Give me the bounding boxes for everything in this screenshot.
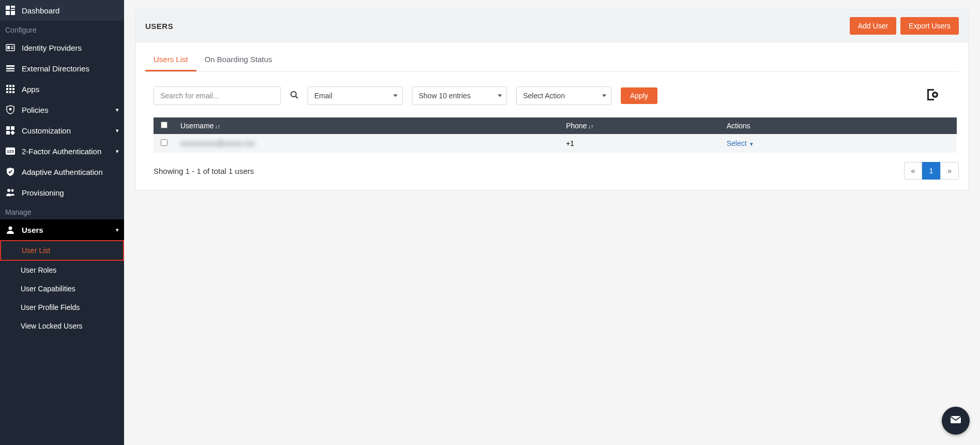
submenu-user-roles[interactable]: User Roles: [0, 261, 124, 279]
card-header: USERS Add User Export Users: [136, 10, 968, 42]
sidebar-item-label: 2-Factor Authentication: [22, 147, 101, 156]
dashboard-icon: [5, 5, 16, 16]
svg-rect-10: [6, 68, 14, 69]
select-all-checkbox[interactable]: [161, 122, 167, 128]
sidebar-section-manage: Manage: [0, 203, 124, 219]
svg-point-28: [11, 189, 14, 192]
result-count: Showing 1 - 1 of total 1 users: [154, 167, 254, 175]
svg-rect-20: [12, 91, 14, 93]
svg-point-30: [291, 92, 296, 97]
tab-users-list[interactable]: Users List: [145, 50, 196, 71]
sidebar-item-policies[interactable]: Policies ▾: [0, 99, 124, 120]
sidebar-item-customization[interactable]: Customization ▾: [0, 120, 124, 141]
tab-onboarding-status[interactable]: On Boarding Status: [196, 50, 281, 71]
entries-select[interactable]: Show 10 entries: [412, 86, 507, 105]
sidebar-item-2fa[interactable]: 123 2-Factor Authentication ▾: [0, 141, 124, 161]
svg-rect-23: [11, 126, 14, 130]
page-1[interactable]: 1: [922, 162, 940, 180]
add-column-button[interactable]: [925, 88, 938, 103]
svg-rect-3: [6, 11, 10, 15]
action-select[interactable]: Select Action: [516, 86, 611, 105]
svg-text:123: 123: [7, 149, 14, 154]
list-icon: [5, 63, 16, 73]
users-card: USERS Add User Export Users Users List O…: [135, 9, 969, 190]
sidebar-item-label: External Directories: [22, 64, 89, 73]
svg-rect-8: [11, 48, 13, 49]
row-checkbox[interactable]: [161, 139, 167, 146]
sidebar-item-label: Provisioning: [22, 188, 64, 197]
users-table: Username↓↑ Phone↓↑ Actions xxxxxxxxxx@xx…: [154, 117, 957, 153]
sidebar-item-provisioning[interactable]: Provisioning: [0, 182, 124, 203]
chevron-down-icon: ▾: [116, 127, 119, 134]
page-next[interactable]: »: [940, 162, 959, 180]
sort-icon: ↓↑: [215, 123, 221, 129]
svg-rect-18: [6, 91, 8, 93]
submenu-user-profile-fields[interactable]: User Profile Fields: [0, 298, 124, 317]
caret-down-icon: ▼: [749, 141, 754, 147]
main-content: USERS Add User Export Users Users List O…: [124, 0, 980, 445]
search-input[interactable]: [154, 86, 281, 105]
chevron-down-icon: ▾: [116, 107, 119, 113]
chat-button[interactable]: [942, 407, 970, 435]
export-users-button[interactable]: Export Users: [900, 17, 959, 35]
sidebar-item-users[interactable]: Users ▾: [0, 219, 124, 240]
sidebar-item-apps[interactable]: Apps: [0, 79, 124, 99]
svg-rect-16: [9, 88, 11, 90]
svg-line-31: [296, 96, 298, 98]
chevron-down-icon: ▾: [116, 148, 119, 155]
id-card-icon: [5, 42, 16, 53]
sidebar-item-label: Identity Providers: [22, 43, 82, 52]
filter-field-select[interactable]: Email: [308, 86, 403, 105]
page-prev[interactable]: «: [904, 162, 923, 180]
table-row: xxxxxxxxxx@xxxxx.xxx +1 Select▼: [154, 134, 957, 153]
column-phone[interactable]: Phone↓↑: [560, 117, 721, 134]
page-title: USERS: [145, 22, 173, 31]
table-footer: Showing 1 - 1 of total 1 users « 1 »: [154, 162, 959, 180]
add-page-icon: [925, 94, 938, 103]
row-action-select[interactable]: Select▼: [727, 139, 754, 147]
submenu-view-locked-users[interactable]: View Locked Users: [0, 317, 124, 335]
search-button[interactable]: [290, 91, 298, 101]
sidebar-section-configure: Configure: [0, 21, 124, 37]
svg-point-27: [7, 189, 10, 192]
shield-check-icon: [5, 167, 16, 177]
submenu-user-list[interactable]: User List: [0, 240, 124, 261]
sidebar-item-identity-providers[interactable]: Identity Providers: [0, 37, 124, 58]
svg-rect-0: [6, 6, 10, 10]
users-submenu: User List User Roles User Capabilities U…: [0, 240, 124, 335]
sidebar-item-label: Apps: [22, 85, 39, 94]
pagination: « 1 »: [904, 162, 959, 180]
sidebar-item-label: Policies: [22, 106, 49, 114]
card-body: Users List On Boarding Status Email Show…: [136, 50, 968, 190]
sidebar-item-external-directories[interactable]: External Directories: [0, 58, 124, 79]
chevron-down-icon: ▾: [116, 227, 119, 233]
svg-rect-12: [6, 85, 8, 87]
svg-rect-1: [11, 6, 15, 8]
svg-rect-24: [6, 131, 10, 135]
sidebar-item-label: Dashboard: [22, 6, 59, 15]
sidebar-item-dashboard[interactable]: Dashboard: [0, 0, 124, 21]
svg-rect-2: [11, 9, 15, 10]
submenu-user-capabilities[interactable]: User Capabilities: [0, 279, 124, 298]
svg-rect-13: [9, 85, 11, 87]
select-all-header: [154, 117, 174, 134]
svg-rect-7: [11, 47, 13, 48]
2fa-icon: 123: [5, 146, 16, 156]
customize-icon: [5, 125, 16, 136]
svg-rect-19: [9, 91, 11, 93]
tabs: Users List On Boarding Status: [145, 50, 959, 72]
svg-rect-14: [12, 85, 14, 87]
svg-rect-4: [11, 11, 15, 15]
search-icon: [290, 92, 298, 100]
sidebar-item-adaptive-auth[interactable]: Adaptive Authentication: [0, 161, 124, 182]
filter-row: Email Show 10 entries Select Action Appl…: [154, 86, 959, 105]
add-user-button[interactable]: Add User: [850, 17, 896, 35]
phone-cell: +1: [566, 139, 574, 147]
sidebar-item-label: Customization: [22, 126, 71, 135]
sort-icon: ↓↑: [588, 123, 593, 129]
column-username[interactable]: Username↓↑: [174, 117, 560, 134]
username-cell: xxxxxxxxxx@xxxxx.xxx: [180, 139, 255, 147]
svg-rect-17: [12, 88, 14, 90]
apply-button[interactable]: Apply: [621, 87, 657, 104]
sidebar-item-label: Users: [22, 226, 43, 234]
